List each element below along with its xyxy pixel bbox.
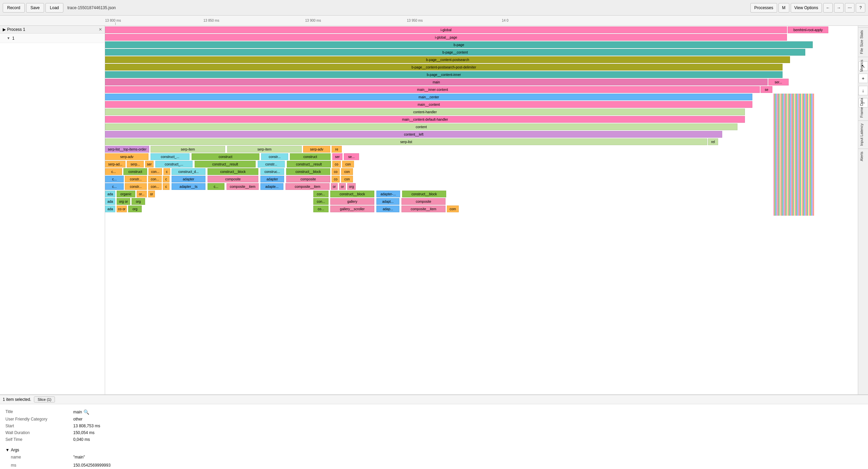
flame-bar[interactable]: adapter__ts (172, 183, 205, 190)
flame-bar[interactable]: con... (148, 176, 162, 182)
flame-bar[interactable]: serp-ad... (105, 161, 125, 168)
flame-bar[interactable]: gallery__scroller (330, 206, 374, 212)
m-button[interactable]: M (778, 3, 789, 13)
flame-bar[interactable]: se (761, 86, 772, 93)
flame-bar[interactable]: construct__block (208, 168, 258, 175)
flame-bar[interactable]: b-page__content (105, 49, 805, 56)
flame-bar[interactable]: c (163, 168, 170, 175)
sidebar-tab-file-size[interactable]: File Size Stats (858, 27, 868, 57)
flame-bar[interactable]: construct__block (330, 191, 374, 197)
flame-bar[interactable]: content (105, 123, 737, 130)
save-button[interactable]: Save (26, 3, 44, 13)
flame-bar[interactable]: c... (208, 183, 224, 190)
flame-bar[interactable]: content-handler (105, 109, 745, 115)
flame-bar[interactable]: ada (105, 198, 115, 205)
flame-bar[interactable]: c... (105, 168, 122, 175)
flame-bar[interactable]: serp-adv (303, 146, 330, 153)
nav-next-button[interactable]: → (834, 3, 844, 13)
flame-bar[interactable]: c... (105, 176, 124, 182)
flame-bar[interactable]: con... (313, 191, 329, 197)
flame-bar[interactable]: serp-item (227, 146, 302, 153)
flame-bar[interactable]: serp... (127, 161, 144, 168)
flame-bar[interactable]: b-page (105, 41, 813, 48)
flame-bar[interactable]: main__center (105, 94, 752, 100)
flame-bar[interactable]: or (148, 191, 155, 197)
load-button[interactable]: Load (45, 3, 63, 13)
flame-bar[interactable]: co or (117, 206, 127, 212)
flame-bar[interactable]: se... (344, 153, 359, 160)
flame-bar[interactable]: serp-list (105, 138, 707, 145)
process-close-button[interactable]: ✕ (99, 27, 102, 32)
flame-bar[interactable]: ada (105, 206, 115, 212)
flame-bar[interactable]: constr... (258, 161, 285, 168)
flame-bar[interactable]: c (163, 176, 170, 182)
flame-bar[interactable]: construct__block (402, 191, 446, 197)
flame-bar[interactable]: c (163, 183, 170, 190)
flame-bar[interactable]: b-page__content-inner (105, 71, 783, 78)
flame-bar[interactable]: re (332, 146, 342, 153)
flame-bar[interactable]: adapter-... (376, 191, 400, 197)
flame-bar[interactable]: con... (149, 168, 162, 175)
flame-bar[interactable]: construct__result (287, 161, 331, 168)
flame-bar[interactable]: or (331, 183, 338, 190)
process-collapse-icon[interactable]: ▶ (3, 27, 6, 32)
flame-bar[interactable]: org (347, 183, 356, 190)
flame-bar[interactable]: adapter (172, 176, 205, 182)
flame-bar[interactable]: con (341, 176, 353, 182)
flame-bar[interactable]: org (132, 198, 145, 205)
sidebar-tab-alerts[interactable]: Alerts (858, 149, 868, 164)
sidebar-tab-metrics[interactable]: Metrics (858, 57, 868, 74)
flame-bar[interactable]: adapte... (260, 183, 283, 190)
flame-bar[interactable]: co (332, 161, 341, 168)
help-button[interactable]: ? (856, 3, 865, 13)
flame-bar[interactable]: i-global (105, 26, 787, 33)
scroll-down-icon[interactable]: ↓ (859, 86, 868, 95)
flame-bar[interactable]: composite (401, 198, 446, 205)
nav-more-button[interactable]: ⋯ (845, 3, 854, 13)
flame-bar[interactable]: serp-item (151, 146, 225, 153)
flame-bar[interactable]: composite (208, 176, 258, 182)
flame-bar[interactable]: adap... (376, 206, 399, 212)
thread-collapse-icon[interactable]: ▼ (7, 36, 10, 40)
flame-bar[interactable]: adapt... (376, 198, 399, 205)
flame-bar[interactable]: gallery (330, 198, 374, 205)
flame-bar[interactable]: or (339, 183, 346, 190)
flame-bar[interactable]: composite__item (401, 206, 446, 212)
flame-bar[interactable]: ser... (768, 79, 789, 85)
flame-bar[interactable]: ser (145, 161, 154, 168)
flame-bar[interactable]: ser (332, 153, 342, 160)
flame-bar[interactable]: construct_... (155, 161, 193, 168)
flame-bar[interactable]: con (341, 168, 353, 175)
flame-bar[interactable]: b-page__content-postsearch (105, 56, 790, 63)
flame-bar[interactable]: serp-list__top-items-order (105, 146, 149, 153)
view-options-button[interactable]: View Options (791, 3, 822, 13)
flame-chart-area[interactable]: i-global bemhtml-root-apply i-global__pa… (105, 26, 858, 394)
flame-bar[interactable]: main__inner-content (105, 86, 760, 93)
flame-bar[interactable]: constr... (125, 176, 147, 182)
flame-bar[interactable]: construct_... (151, 153, 190, 160)
flame-bar[interactable]: or... (137, 191, 147, 197)
flame-bar[interactable]: org or (117, 198, 130, 205)
flame-bar[interactable]: con... (313, 198, 329, 205)
flame-bar[interactable]: construct_d... (172, 168, 205, 175)
flame-bar[interactable]: adapter (260, 176, 284, 182)
flame-bar[interactable]: con... (148, 183, 162, 190)
flame-bar[interactable]: organic (117, 191, 135, 197)
flame-bar[interactable]: org (128, 206, 142, 212)
flame-bar-main[interactable]: main (105, 79, 768, 85)
search-icon[interactable]: 🔍 (83, 409, 89, 415)
record-button[interactable]: Record (3, 3, 25, 13)
flame-bar[interactable]: composite (286, 176, 330, 182)
sidebar-tab-frame-data[interactable]: Frame Data (858, 95, 868, 120)
flame-bar[interactable]: i-global__page (105, 34, 787, 41)
flame-bar[interactable]: construct (123, 168, 147, 175)
processes-button[interactable]: Processes (750, 3, 777, 13)
flame-bar[interactable]: constr... (261, 153, 288, 160)
sidebar-tab-input-latency[interactable]: Input Latency (858, 120, 868, 149)
slice-button[interactable]: Slice (1) (34, 396, 55, 403)
flame-bar[interactable]: serp-adv (105, 153, 149, 160)
flame-bar[interactable]: construct (290, 153, 331, 160)
flame-bar[interactable]: construct (192, 153, 259, 160)
flame-bar[interactable]: main__content-default-handler (105, 116, 745, 123)
flame-bar[interactable]: constr... (125, 183, 147, 190)
